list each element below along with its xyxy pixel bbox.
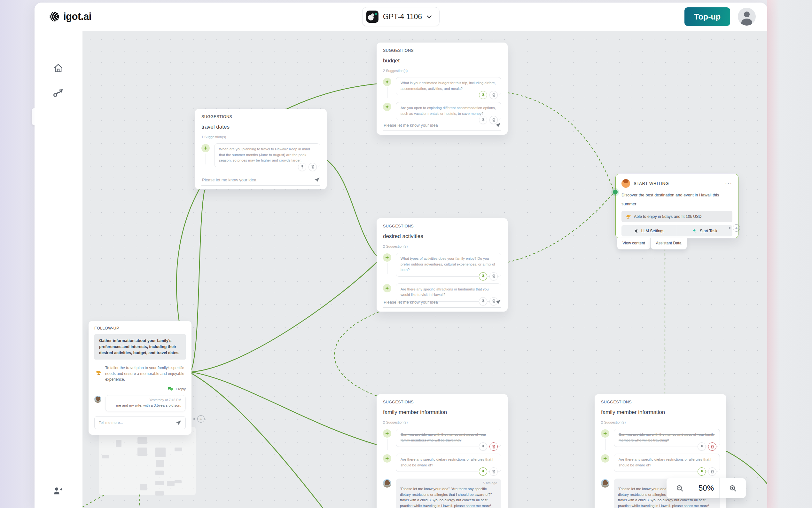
card-type-label: SUGGESTIONS	[601, 400, 720, 405]
idea-input[interactable]: Please let me know your idea	[383, 121, 501, 131]
suggestion-count: 1 Suggestion(s)	[201, 135, 320, 139]
send-icon[interactable]	[314, 177, 320, 183]
message-time: Yesterday at 7:46 PM	[110, 398, 181, 402]
suggestion-count: 2 Suggestion(s)	[383, 69, 501, 73]
pin-icon[interactable]	[298, 163, 306, 171]
card-type-label: SUGGESTIONS	[383, 224, 501, 228]
user-message: 5 hrs ago "Please let me know your idea"…	[383, 478, 501, 508]
suggestion-item[interactable]: When are you planning to travel to Hawai…	[214, 143, 320, 167]
wire-travel-activities	[327, 160, 377, 256]
pin-icon[interactable]	[479, 272, 487, 281]
tell-me-more-input[interactable]: Tell me more...	[94, 416, 186, 429]
card-start-writing[interactable]: START WRITING ··· Discover the best dest…	[615, 174, 738, 238]
wire-dashed-activities-family	[334, 312, 379, 397]
card-suggestions-family-mid[interactable]: SUGGESTIONS family member information 2 …	[377, 394, 508, 508]
idea-input[interactable]: Please let me know your idea	[383, 297, 501, 308]
trophy-icon	[96, 370, 102, 375]
flow-button[interactable]	[53, 86, 64, 97]
suggestion-item[interactable]: Can you provide me with the names and ag…	[396, 429, 501, 447]
send-icon[interactable]	[495, 299, 500, 305]
trash-icon[interactable]	[489, 91, 498, 99]
suggestion-bulb-icon	[601, 429, 609, 438]
user-avatar	[383, 479, 391, 488]
message-text: me and my wife, with a 3.5years old son.	[110, 403, 181, 409]
tab-view-content[interactable]: View content	[617, 238, 651, 250]
wire-dashed-budget-start	[508, 93, 614, 191]
wire-followup-travel	[191, 190, 205, 371]
suggestion-bulb-icon	[383, 429, 391, 438]
trash-icon[interactable]	[489, 442, 498, 451]
card-title: family member information	[383, 409, 501, 416]
trash-icon[interactable]	[489, 272, 498, 281]
pin-icon[interactable]	[479, 467, 487, 476]
add-node-button[interactable]: +	[733, 224, 740, 231]
account-avatar[interactable]	[738, 8, 756, 26]
add-node-button[interactable]: +	[197, 415, 205, 423]
suggestion-bulb-icon	[383, 253, 391, 262]
rail-line	[605, 439, 606, 450]
invite-user-button[interactable]	[53, 485, 64, 496]
topup-button[interactable]: Top-up	[684, 7, 730, 26]
reply-count[interactable]: 1 reply	[94, 387, 186, 391]
card-type-label: SUGGESTIONS	[383, 48, 501, 53]
suggestion-item[interactable]: What types of activities does your famil…	[396, 253, 501, 277]
app-window: SUGGESTIONS budget 2 Suggestion(s) What …	[35, 3, 767, 508]
card-title: family member information	[601, 409, 720, 416]
trash-icon[interactable]	[708, 442, 716, 451]
wire-dashed-activities-start	[508, 194, 613, 262]
rail-line	[387, 439, 387, 450]
pin-icon[interactable]	[698, 467, 706, 476]
wire-followup-family-mid	[191, 372, 377, 444]
suggestion-bulb-icon	[383, 78, 391, 86]
card-suggestions-desired-activities[interactable]: SUGGESTIONS desired activities 2 Suggest…	[377, 218, 508, 311]
trash-icon[interactable]	[308, 163, 317, 171]
card-type-label: START WRITING	[634, 181, 669, 186]
sparkle-icon	[692, 228, 697, 233]
model-icon	[366, 10, 379, 23]
user-avatar	[94, 396, 101, 403]
connection-handle[interactable]	[613, 190, 618, 195]
home-button[interactable]	[53, 63, 64, 74]
suggestion-item[interactable]: Are there any specific dietary restricti…	[396, 454, 501, 472]
zoom-level: 50%	[693, 478, 719, 498]
send-icon[interactable]	[495, 123, 500, 128]
card-suggestions-budget[interactable]: SUGGESTIONS budget 2 Suggestion(s) What …	[377, 43, 508, 135]
suggestion-item[interactable]: Are there any specific dietary restricti…	[614, 454, 720, 472]
suggestion-bulb-icon	[601, 454, 609, 463]
rail-line	[387, 87, 387, 98]
pin-icon[interactable]	[479, 91, 487, 99]
pin-icon[interactable]	[698, 442, 706, 451]
message-time: 5 hrs ago	[400, 481, 497, 485]
model-selector[interactable]: GPT-4 1106	[362, 7, 439, 26]
card-title: budget	[383, 57, 501, 64]
tab-assistant-data[interactable]: Assistant Data	[651, 238, 687, 250]
card-suggestions-travel-dates[interactable]: SUGGESTIONS travel dates 1 Suggestion(s)…	[195, 109, 327, 189]
suggestion-item[interactable]: Are you open to exploring different acco…	[396, 102, 501, 120]
chevron-down-icon	[426, 15, 432, 19]
top-header: igot.ai GPT-4 1106 Top-up	[35, 3, 767, 31]
suggestion-item[interactable]: What is your estimated budget for this t…	[396, 77, 501, 95]
goal-box: Able to enjoy in 5days and fit 10k USD	[621, 211, 732, 222]
idea-input[interactable]: Please let me know your idea	[201, 175, 320, 185]
suggestion-item[interactable]: Can you provide me with the names and ag…	[614, 429, 720, 447]
chat-icon	[168, 387, 173, 391]
pin-icon[interactable]	[479, 442, 487, 451]
card-follow-up[interactable]: FOLLOW-UP Gather information about your …	[89, 321, 191, 435]
suggestion-count: 2 Suggestion(s)	[383, 244, 501, 248]
more-menu-icon[interactable]: ···	[725, 182, 732, 185]
trash-icon[interactable]	[708, 467, 716, 476]
trash-icon[interactable]	[489, 467, 498, 476]
llm-settings-button[interactable]: LLM Settings	[621, 225, 677, 237]
start-task-button[interactable]: Start Task	[677, 225, 732, 237]
goal-text: To tailor the travel plan to your family…	[94, 365, 186, 382]
card-title: travel dates	[201, 124, 320, 130]
app-logo[interactable]: igot.ai	[49, 11, 91, 23]
suggestion-bulb-icon	[383, 284, 391, 292]
send-icon[interactable]	[176, 420, 181, 425]
wire-dashed-bottom-2	[83, 494, 105, 507]
zoom-out-button[interactable]	[667, 478, 693, 498]
zoom-in-button[interactable]	[719, 478, 746, 498]
suggestion-count: 2 Suggestion(s)	[601, 420, 720, 424]
node-canvas[interactable]: SUGGESTIONS budget 2 Suggestion(s) What …	[83, 31, 767, 508]
model-label: GPT-4 1106	[383, 12, 422, 21]
